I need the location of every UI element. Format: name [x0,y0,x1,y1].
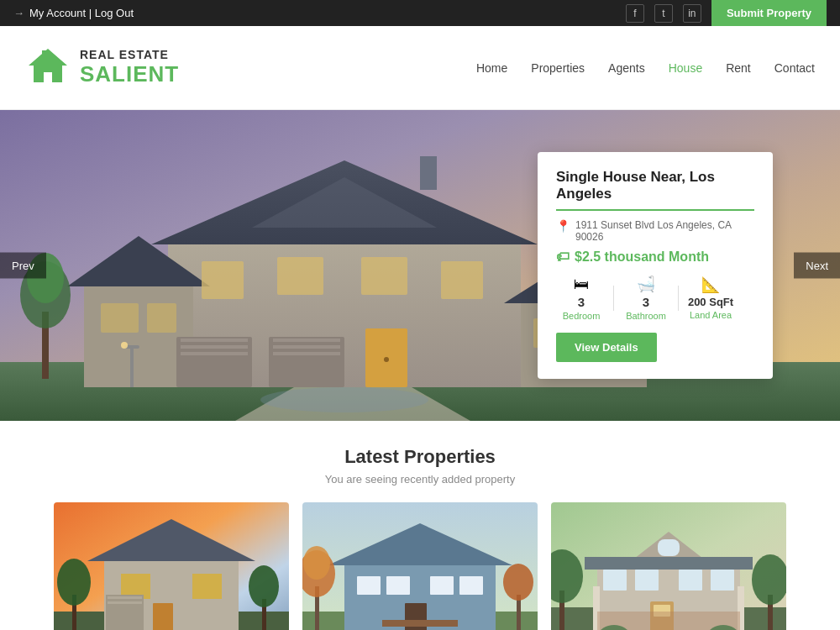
nav-properties[interactable]: Properties [531,61,585,75]
nav-agents[interactable]: Agents [608,61,645,75]
svg-rect-75 [585,557,753,570]
svg-rect-64 [382,620,458,627]
svg-rect-27 [147,303,176,333]
bed-icon: 🛏 [574,276,589,293]
properties-grid [17,502,823,630]
svg-rect-25 [441,261,483,299]
bathroom-count: 3 [643,295,649,309]
svg-rect-24 [361,257,407,295]
svg-rect-76 [603,570,627,591]
svg-rect-80 [658,539,680,556]
nav-house[interactable]: House [669,61,702,75]
svg-rect-26 [101,303,139,333]
nav-contact[interactable]: Contact [774,61,815,75]
property-image-1 [54,502,289,630]
twitter-icon[interactable]: t [654,4,673,23]
svg-point-67 [303,546,330,580]
svg-point-54 [249,565,279,607]
svg-rect-77 [635,570,659,591]
bathroom-feature: 🛁 3 Bathroom [621,275,671,321]
svg-rect-49 [108,596,142,599]
svg-rect-62 [459,576,483,595]
svg-rect-16 [269,337,344,387]
nav-home[interactable]: Home [476,61,507,75]
submit-property-button[interactable]: Submit Property [711,0,827,26]
location-pin-icon: 📍 [556,219,570,233]
linkedin-icon[interactable]: in [683,4,701,23]
facebook-icon[interactable]: f [626,4,644,23]
svg-rect-12 [176,337,252,387]
property-card-2[interactable] [302,502,538,630]
property-card-3[interactable] [551,502,786,630]
divider2 [678,286,679,311]
bath-icon: 🛁 [637,275,655,293]
logo-line2: SALIENT [80,61,179,87]
bathroom-label: Bathroom [626,311,666,321]
price-text: $2.5 thousand Month [575,249,709,265]
hero-next-button[interactable]: Next [794,253,840,279]
area-count: 200 SqFt [688,296,733,308]
area-label: Land Area [690,310,732,320]
area-feature: 📐 200 SqFt Land Area [685,276,736,320]
property-info-card: Single House Near, Los Angeles 📍 1911 Su… [538,152,773,379]
property-address: 📍 1911 Sunset Blvd Los Angeles, CA 90026 [556,219,754,243]
nav-rent[interactable]: Rent [726,61,751,75]
logo-icon [25,45,71,91]
divider1 [613,286,614,311]
logo-line1: REAL ESTATE [80,48,179,61]
main-nav: Home Properties Agents House Rent Contac… [476,61,815,75]
svg-point-40 [121,342,128,349]
latest-subtitle: You are seeing recently added property [17,473,823,486]
svg-rect-60 [386,576,410,595]
bedroom-count: 3 [578,295,585,309]
svg-point-69 [503,564,533,601]
svg-rect-79 [711,570,734,591]
property-image-2 [302,502,538,630]
area-icon: 📐 [701,276,720,294]
property-image-3 [551,502,786,630]
svg-rect-2 [44,72,52,82]
svg-rect-1 [42,50,47,59]
svg-rect-48 [106,595,144,630]
svg-rect-19 [273,352,340,355]
svg-rect-46 [192,574,222,599]
price-tag-icon: 🏷 [556,249,570,265]
property-title: Single House Near, Los Angeles [556,169,754,211]
svg-rect-15 [181,352,248,355]
view-details-button[interactable]: View Details [556,333,657,362]
svg-rect-59 [357,576,381,595]
svg-rect-47 [153,603,173,630]
latest-title: Latest Properties [17,446,823,468]
address-text: 1911 Sunset Blvd Los Angeles, CA 90026 [575,219,754,243]
latest-properties-section: Latest Properties You are seeing recentl… [0,421,840,630]
bedroom-feature: 🛏 3 Bedroom [556,276,606,321]
svg-rect-23 [277,257,323,295]
account-icon: → [13,7,24,19]
logo-text: REAL ESTATE SALIENT [80,48,179,87]
account-section: → My Account | Log Out [13,7,134,19]
top-bar-right: f t in Submit Property [626,0,827,26]
svg-point-21 [384,357,389,362]
svg-rect-61 [430,576,454,595]
property-card-1[interactable] [54,502,289,630]
svg-rect-50 [108,601,142,604]
svg-point-52 [57,559,91,606]
property-price: 🏷 $2.5 thousand Month [556,249,754,265]
svg-rect-38 [130,345,134,387]
svg-rect-18 [273,345,340,349]
svg-rect-17 [273,339,340,342]
hero-prev-button[interactable]: Prev [0,253,46,279]
account-link[interactable]: My Account | Log Out [29,7,134,19]
svg-rect-30 [420,156,437,190]
top-bar: → My Account | Log Out f t in Submit Pro… [0,0,840,26]
svg-rect-22 [202,261,244,299]
hero-section: Prev Next Single House Near, Los Angeles… [0,110,840,421]
bedroom-label: Bedroom [563,311,601,321]
header: REAL ESTATE SALIENT Home Properties Agen… [0,26,840,110]
logo: REAL ESTATE SALIENT [25,45,179,91]
svg-rect-13 [181,339,248,342]
svg-point-37 [260,387,428,412]
svg-rect-78 [679,570,702,591]
svg-rect-14 [181,345,248,349]
